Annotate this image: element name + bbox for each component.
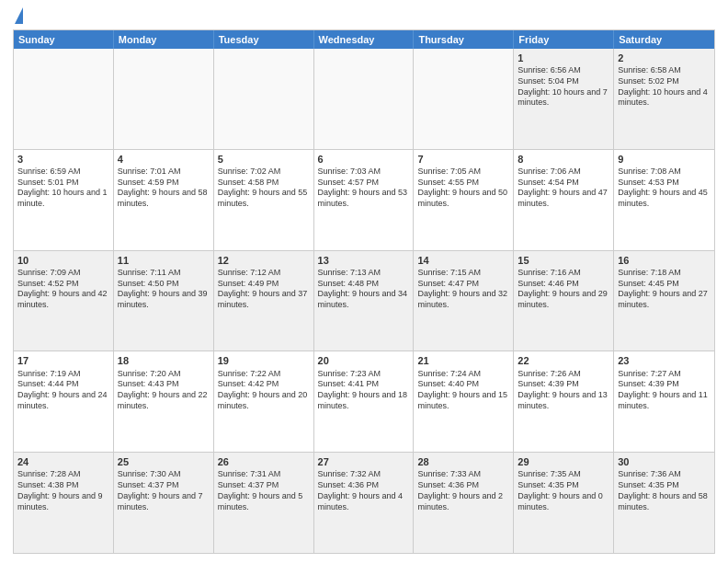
day-info: Sunrise: 7:08 AM Sunset: 4:53 PM Dayligh… <box>618 167 708 208</box>
day-number: 3 <box>17 153 109 166</box>
day-number: 9 <box>618 153 711 166</box>
calendar-header-friday: Friday <box>514 30 614 49</box>
day-info: Sunrise: 7:11 AM Sunset: 4:50 PM Dayligh… <box>118 268 208 309</box>
calendar-cell-2-5: 15Sunrise: 7:16 AM Sunset: 4:46 PM Dayli… <box>514 251 614 351</box>
day-number: 11 <box>118 254 210 267</box>
day-info: Sunrise: 7:22 AM Sunset: 4:42 PM Dayligh… <box>218 369 308 410</box>
calendar-cell-4-1: 25Sunrise: 7:30 AM Sunset: 4:37 PM Dayli… <box>114 453 214 553</box>
day-number: 25 <box>118 455 210 468</box>
day-info: Sunrise: 6:56 AM Sunset: 5:04 PM Dayligh… <box>518 65 608 107</box>
day-info: Sunrise: 7:20 AM Sunset: 4:43 PM Dayligh… <box>118 369 208 410</box>
calendar-header-sunday: Sunday <box>14 30 114 49</box>
day-info: Sunrise: 7:23 AM Sunset: 4:41 PM Dayligh… <box>318 369 408 410</box>
day-info: Sunrise: 7:32 AM Sunset: 4:36 PM Dayligh… <box>318 469 404 511</box>
calendar-cell-1-3: 6Sunrise: 7:03 AM Sunset: 4:57 PM Daylig… <box>314 150 415 250</box>
calendar-cell-1-2: 5Sunrise: 7:02 AM Sunset: 4:58 PM Daylig… <box>214 150 314 250</box>
day-number: 29 <box>518 455 609 468</box>
calendar-cell-4-3: 27Sunrise: 7:32 AM Sunset: 4:36 PM Dayli… <box>314 453 415 553</box>
calendar-cell-4-0: 24Sunrise: 7:28 AM Sunset: 4:38 PM Dayli… <box>14 453 114 553</box>
calendar-body: 1Sunrise: 6:56 AM Sunset: 5:04 PM Daylig… <box>14 49 714 553</box>
day-info: Sunrise: 7:05 AM Sunset: 4:55 PM Dayligh… <box>417 167 507 208</box>
day-info: Sunrise: 7:19 AM Sunset: 4:44 PM Dayligh… <box>17 369 108 410</box>
day-info: Sunrise: 7:12 AM Sunset: 4:49 PM Dayligh… <box>218 268 308 309</box>
day-info: Sunrise: 6:58 AM Sunset: 5:02 PM Dayligh… <box>618 65 708 107</box>
calendar-cell-0-3 <box>314 49 415 149</box>
day-info: Sunrise: 7:13 AM Sunset: 4:48 PM Dayligh… <box>318 268 408 309</box>
day-info: Sunrise: 7:01 AM Sunset: 4:59 PM Dayligh… <box>118 167 208 208</box>
calendar-cell-0-2 <box>214 49 314 149</box>
calendar-cell-2-2: 12Sunrise: 7:12 AM Sunset: 4:49 PM Dayli… <box>214 251 314 351</box>
calendar-cell-2-4: 14Sunrise: 7:15 AM Sunset: 4:47 PM Dayli… <box>414 251 514 351</box>
day-number: 17 <box>17 354 109 367</box>
day-number: 23 <box>618 354 711 367</box>
calendar-cell-1-5: 8Sunrise: 7:06 AM Sunset: 4:54 PM Daylig… <box>514 150 614 250</box>
page: SundayMondayTuesdayWednesdayThursdayFrid… <box>0 0 728 563</box>
calendar-cell-2-3: 13Sunrise: 7:13 AM Sunset: 4:48 PM Dayli… <box>314 251 415 351</box>
day-number: 18 <box>118 354 210 367</box>
day-info: Sunrise: 7:03 AM Sunset: 4:57 PM Dayligh… <box>318 167 408 208</box>
calendar-cell-4-4: 28Sunrise: 7:33 AM Sunset: 4:36 PM Dayli… <box>414 453 514 553</box>
calendar-header-wednesday: Wednesday <box>314 30 415 49</box>
day-info: Sunrise: 7:02 AM Sunset: 4:58 PM Dayligh… <box>218 167 308 208</box>
day-number: 24 <box>17 455 109 468</box>
day-number: 14 <box>417 254 509 267</box>
day-info: Sunrise: 7:27 AM Sunset: 4:39 PM Dayligh… <box>618 369 708 410</box>
day-info: Sunrise: 7:35 AM Sunset: 4:35 PM Dayligh… <box>518 469 603 511</box>
day-number: 26 <box>218 455 310 468</box>
calendar-header-saturday: Saturday <box>614 30 714 49</box>
day-number: 30 <box>618 455 711 468</box>
calendar-header-thursday: Thursday <box>414 30 514 49</box>
calendar-cell-3-3: 20Sunrise: 7:23 AM Sunset: 4:41 PM Dayli… <box>314 351 415 452</box>
calendar-row-3: 17Sunrise: 7:19 AM Sunset: 4:44 PM Dayli… <box>14 351 714 453</box>
day-info: Sunrise: 7:15 AM Sunset: 4:47 PM Dayligh… <box>417 268 507 309</box>
calendar-cell-3-1: 18Sunrise: 7:20 AM Sunset: 4:43 PM Dayli… <box>114 351 214 452</box>
day-number: 19 <box>218 354 310 367</box>
calendar-cell-3-5: 22Sunrise: 7:26 AM Sunset: 4:39 PM Dayli… <box>514 351 614 452</box>
day-number: 22 <box>518 354 609 367</box>
calendar-cell-0-6: 2Sunrise: 6:58 AM Sunset: 5:02 PM Daylig… <box>614 49 714 149</box>
calendar-row-0: 1Sunrise: 6:56 AM Sunset: 5:04 PM Daylig… <box>14 49 714 150</box>
calendar-cell-2-0: 10Sunrise: 7:09 AM Sunset: 4:52 PM Dayli… <box>14 251 114 351</box>
day-number: 4 <box>118 153 210 166</box>
calendar-header: SundayMondayTuesdayWednesdayThursdayFrid… <box>14 30 714 49</box>
day-number: 20 <box>318 354 410 367</box>
calendar-cell-1-6: 9Sunrise: 7:08 AM Sunset: 4:53 PM Daylig… <box>614 150 714 250</box>
calendar: SundayMondayTuesdayWednesdayThursdayFrid… <box>13 29 715 554</box>
calendar-cell-1-0: 3Sunrise: 6:59 AM Sunset: 5:01 PM Daylig… <box>14 150 114 250</box>
calendar-header-tuesday: Tuesday <box>214 30 314 49</box>
day-number: 12 <box>218 254 310 267</box>
day-info: Sunrise: 7:09 AM Sunset: 4:52 PM Dayligh… <box>17 268 108 309</box>
calendar-cell-0-5: 1Sunrise: 6:56 AM Sunset: 5:04 PM Daylig… <box>514 49 614 149</box>
day-info: Sunrise: 7:18 AM Sunset: 4:45 PM Dayligh… <box>618 268 708 309</box>
calendar-cell-2-6: 16Sunrise: 7:18 AM Sunset: 4:45 PM Dayli… <box>614 251 714 351</box>
day-info: Sunrise: 7:24 AM Sunset: 4:40 PM Dayligh… <box>417 369 507 410</box>
day-info: Sunrise: 7:28 AM Sunset: 4:38 PM Dayligh… <box>17 469 103 511</box>
day-info: Sunrise: 7:33 AM Sunset: 4:36 PM Dayligh… <box>417 469 503 511</box>
calendar-row-1: 3Sunrise: 6:59 AM Sunset: 5:01 PM Daylig… <box>14 150 714 251</box>
logo <box>13 9 23 24</box>
day-number: 5 <box>218 153 310 166</box>
calendar-cell-1-4: 7Sunrise: 7:05 AM Sunset: 4:55 PM Daylig… <box>414 150 514 250</box>
calendar-cell-3-6: 23Sunrise: 7:27 AM Sunset: 4:39 PM Dayli… <box>614 351 714 452</box>
day-number: 21 <box>417 354 509 367</box>
day-info: Sunrise: 6:59 AM Sunset: 5:01 PM Dayligh… <box>17 167 108 208</box>
calendar-row-2: 10Sunrise: 7:09 AM Sunset: 4:52 PM Dayli… <box>14 251 714 352</box>
day-number: 1 <box>518 52 609 64</box>
calendar-cell-1-1: 4Sunrise: 7:01 AM Sunset: 4:59 PM Daylig… <box>114 150 214 250</box>
day-number: 16 <box>618 254 711 267</box>
day-info: Sunrise: 7:36 AM Sunset: 4:35 PM Dayligh… <box>618 469 708 511</box>
calendar-cell-2-1: 11Sunrise: 7:11 AM Sunset: 4:50 PM Dayli… <box>114 251 214 351</box>
calendar-header-monday: Monday <box>114 30 214 49</box>
day-info: Sunrise: 7:16 AM Sunset: 4:46 PM Dayligh… <box>518 268 608 309</box>
calendar-cell-3-0: 17Sunrise: 7:19 AM Sunset: 4:44 PM Dayli… <box>14 351 114 452</box>
calendar-cell-3-4: 21Sunrise: 7:24 AM Sunset: 4:40 PM Dayli… <box>414 351 514 452</box>
calendar-cell-0-0 <box>14 49 114 149</box>
calendar-cell-3-2: 19Sunrise: 7:22 AM Sunset: 4:42 PM Dayli… <box>214 351 314 452</box>
day-number: 27 <box>318 455 410 468</box>
day-number: 10 <box>17 254 109 267</box>
day-number: 8 <box>518 153 609 166</box>
calendar-cell-0-4 <box>414 49 514 149</box>
day-info: Sunrise: 7:31 AM Sunset: 4:37 PM Dayligh… <box>218 469 303 511</box>
day-info: Sunrise: 7:26 AM Sunset: 4:39 PM Dayligh… <box>518 369 608 410</box>
day-number: 2 <box>618 52 711 64</box>
